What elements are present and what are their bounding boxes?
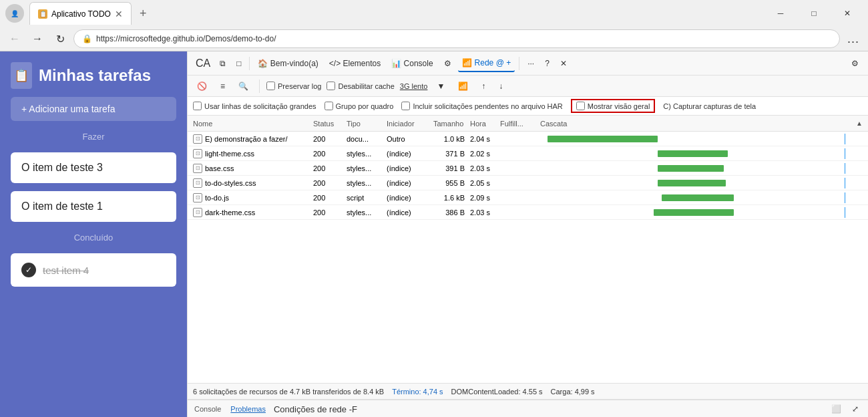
upload-btn[interactable]: ↑	[477, 78, 489, 95]
debug-btn[interactable]: ⚙	[440, 55, 455, 72]
back-button[interactable]: ←	[5, 29, 24, 48]
large-rows-checkbox[interactable]: Usar linhas de solicitação grandes	[193, 102, 316, 110]
cell-size: 391 B	[431, 164, 467, 172]
group-frame-checkbox[interactable]: Grupo por quadro	[324, 102, 394, 110]
tab-title: Aplicativo TODO	[51, 9, 111, 19]
more-options-button[interactable]: ...	[844, 29, 863, 48]
cell-type: styles...	[344, 150, 384, 158]
add-task-button[interactable]: + Adicionar uma tarefa	[11, 97, 176, 121]
cell-size: 386 B	[431, 208, 467, 217]
maximize-button[interactable]: □	[799, 4, 829, 23]
table-row[interactable]: ⊡ dark-theme.css 200 styles... (índice) …	[188, 205, 868, 220]
devtools-settings-btn2[interactable]: □	[232, 55, 245, 72]
cascade-line	[845, 178, 845, 188]
table-row[interactable]: ⊡ base.css 200 styles... (índice) 391 B …	[188, 161, 868, 176]
header-name: Nome	[190, 120, 310, 128]
disable-cache-checkbox[interactable]: Desabilitar cache	[327, 82, 394, 90]
cell-status: 200	[310, 208, 344, 217]
devtools-toolbar2: 🚫 ≡ 🔍 Preservar log Desabilitar cache 3G…	[188, 76, 868, 97]
tab-close-button[interactable]: ✕	[115, 9, 123, 19]
show-overview-input[interactable]	[576, 102, 585, 110]
network-conditions-label: Condições de rede -F	[274, 404, 357, 414]
console-tab-bottom[interactable]: Console	[193, 402, 222, 416]
clear-btn[interactable]: 🚫	[193, 78, 211, 95]
online-btn[interactable]: 📶	[454, 78, 472, 95]
code-btn[interactable]: </> Elementos	[325, 55, 385, 72]
lock-icon: 🔒	[82, 34, 92, 43]
cell-name: ⊡ dark-theme.css	[190, 208, 310, 217]
table-row[interactable]: ⊡ E) demonstração a fazer/ 200 docu... O…	[188, 132, 868, 146]
dock-btn[interactable]: ⬜	[827, 400, 845, 417]
todo-sidebar: 📋 Minhas tarefas + Adicionar uma tarefa …	[0, 51, 187, 417]
table-row[interactable]: ⊡ light-theme.css 200 styles... (índice)…	[188, 146, 868, 161]
throttle-label: 3G lento	[400, 82, 428, 90]
undock-btn[interactable]: ⤢	[848, 400, 863, 417]
problems-tab[interactable]: Problemas	[230, 405, 266, 413]
devtools-close-btn[interactable]: ✕	[556, 55, 571, 72]
close-button[interactable]: ✕	[832, 4, 863, 23]
table-body: ⊡ E) demonstração a fazer/ 200 docu... O…	[188, 132, 868, 383]
url-bar[interactable]: 🔒 https://microsoftedge.github.io/Demos/…	[73, 29, 840, 48]
network-table: Nome Status Tipo Iniciador Tamanho Hora …	[188, 116, 868, 383]
cell-time: 2.03 s	[467, 164, 497, 172]
cell-time: 2.02 s	[467, 150, 497, 158]
forward-button[interactable]: →	[28, 29, 47, 48]
devtools-gear-btn[interactable]: ⚙	[847, 55, 863, 72]
preserve-log-checkbox[interactable]: Preservar log	[266, 82, 321, 90]
group-frame-input[interactable]	[324, 102, 333, 110]
devtools-help-btn[interactable]: ?	[541, 55, 554, 72]
header-type: Tipo	[344, 120, 384, 128]
header-cascade: Cascata ▲	[537, 120, 865, 128]
network-tab-label: Rede @ +	[475, 58, 511, 67]
cell-initiator: (índice)	[384, 179, 431, 187]
todo-title: Minhas tarefas	[39, 66, 151, 85]
task-item-3[interactable]: O item de teste 3	[11, 152, 176, 183]
preserve-log-input[interactable]	[266, 82, 275, 90]
minimize-button[interactable]: ─	[765, 4, 796, 23]
cell-cascade	[537, 192, 865, 203]
console-bar: Console Problemas Condições de rede -F ⬜…	[188, 399, 868, 417]
table-header: Nome Status Tipo Iniciador Tamanho Hora …	[188, 116, 868, 132]
cell-type: docu...	[344, 135, 384, 143]
cell-name: ⊡ light-theme.css	[190, 149, 310, 158]
title-bar: 👤 📋 Aplicativo TODO ✕ + ─ □ ✕	[0, 0, 868, 27]
done-section-label: Concluído	[11, 233, 176, 243]
active-tab[interactable]: 📋 Aplicativo TODO ✕	[29, 2, 132, 25]
task-item-1[interactable]: O item de teste 1	[11, 191, 176, 222]
download-btn[interactable]: ↓	[495, 78, 507, 95]
filter-btn[interactable]: ≡	[216, 78, 229, 95]
table-row[interactable]: ⊡ to-do.js 200 script (índice) 1.6 kB 2.…	[188, 190, 868, 205]
disable-cache-label: Desabilitar cache	[338, 82, 394, 90]
cell-cascade	[537, 178, 865, 188]
devtools-copy-btn[interactable]: ⧉	[216, 55, 230, 72]
table-row[interactable]: ⊡ to-do-styles.css 200 styles... (índice…	[188, 176, 868, 190]
search-btn[interactable]: 🔍	[234, 78, 252, 95]
cell-initiator: (índice)	[384, 150, 431, 158]
new-tab-button[interactable]: +	[134, 4, 152, 23]
task-item-completed[interactable]: ✓ test item 4	[11, 253, 176, 287]
console-tab-btn[interactable]: 📊 Console	[387, 55, 437, 72]
address-bar: ← → ↻ 🔒 https://microsoftedge.github.io/…	[0, 27, 868, 51]
header-size: Tamanho	[431, 120, 467, 128]
show-overview-checkbox[interactable]: Mostrar visão geral	[576, 102, 650, 110]
todo-header: 📋 Minhas tarefas	[11, 62, 176, 89]
throttle-down-btn[interactable]: ▼	[433, 78, 449, 95]
refresh-button[interactable]: ↻	[51, 29, 69, 48]
network-tab-btn[interactable]: 📶 Rede @ +	[458, 55, 515, 72]
disable-cache-input[interactable]	[327, 82, 335, 90]
cascade-line	[845, 134, 845, 144]
row-icon: ⊡	[193, 164, 202, 173]
cell-initiator: (índice)	[384, 164, 431, 172]
row-icon: ⊡	[193, 193, 202, 202]
row-icon: ⊡	[193, 178, 202, 188]
large-rows-input[interactable]	[193, 102, 202, 110]
large-rows-label: Usar linhas de solicitação grandes	[204, 102, 316, 110]
include-har-input[interactable]	[401, 102, 410, 110]
cell-size: 371 B	[431, 150, 467, 158]
header-status: Status	[310, 120, 344, 128]
cell-cascade	[537, 207, 865, 218]
welcome-btn[interactable]: 🏠 Bem-vindo(a)	[254, 55, 322, 72]
devtools-more-btn[interactable]: ···	[523, 55, 538, 72]
cascade-bar	[658, 165, 724, 172]
include-har-checkbox[interactable]: Incluir solicitações pendentes no arquiv…	[401, 102, 562, 110]
